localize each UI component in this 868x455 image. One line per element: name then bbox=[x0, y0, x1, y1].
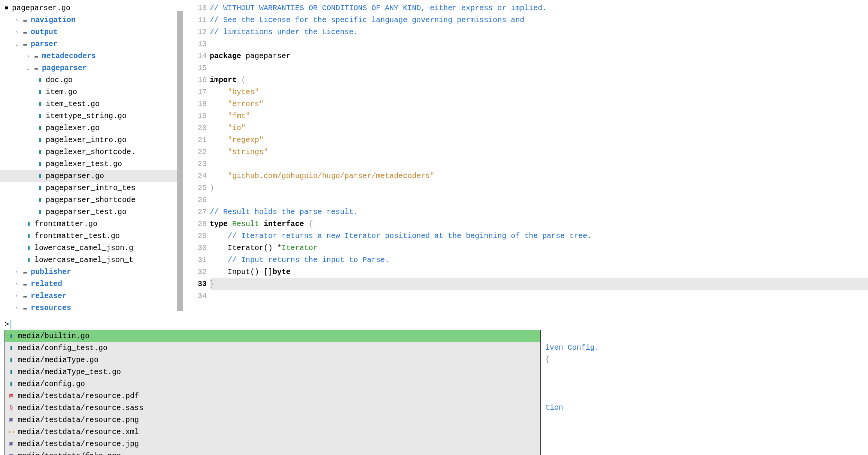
code-line[interactable]: "io" bbox=[210, 122, 868, 134]
tree-item-label: frontmatter_test.go bbox=[34, 230, 120, 242]
file-icon: ▮ bbox=[37, 74, 43, 86]
line-number: 14 bbox=[183, 50, 207, 62]
finder-prompt[interactable]: > bbox=[4, 319, 866, 330]
go-file-icon: ▮ bbox=[8, 378, 15, 390]
finder-result[interactable]: ‹›media/testdata/resource.xml bbox=[5, 426, 540, 438]
tree-folder[interactable]: ›▬metadecoders bbox=[0, 50, 183, 62]
code-line bbox=[545, 390, 864, 402]
code-line[interactable]: } bbox=[210, 278, 868, 290]
finder-result[interactable]: §media/testdata/resource.sass bbox=[5, 402, 540, 414]
code-line[interactable] bbox=[210, 194, 868, 206]
go-file-icon: ▮ bbox=[8, 330, 15, 342]
finder-result-label: media/mediaType_test.go bbox=[18, 366, 121, 378]
code-line bbox=[545, 330, 864, 342]
tree-file[interactable]: ▮pagelexer.go bbox=[0, 122, 183, 134]
finder-result[interactable]: ▮media/config_test.go bbox=[5, 342, 540, 354]
tree-root[interactable]: ■ pageparser.go bbox=[0, 2, 183, 14]
tree-item-label: metadecoders bbox=[42, 50, 96, 62]
code-line[interactable]: ) bbox=[210, 182, 868, 194]
tree-folder[interactable]: ›▬related bbox=[0, 278, 183, 290]
finder-result[interactable]: ▮media/config.go bbox=[5, 378, 540, 390]
finder-result[interactable]: ▮media/builtin.go bbox=[5, 330, 540, 342]
code-line[interactable]: // See the License for the specific lang… bbox=[210, 14, 868, 26]
file-icon: ▮ bbox=[37, 206, 43, 218]
finder-result[interactable]: ▣media/testdata/resource.jpg bbox=[5, 438, 540, 450]
code-line[interactable]: package pageparser bbox=[210, 50, 868, 62]
finder-result[interactable]: ▣media/testdata/fake.png bbox=[5, 450, 540, 455]
tree-file[interactable]: ▮frontmatter.go bbox=[0, 218, 183, 230]
tree-file[interactable]: ▮pageparser_shortcode bbox=[0, 194, 183, 206]
code-line[interactable]: Iterator() *Iterator bbox=[210, 242, 868, 254]
file-tree: ■ pageparser.go ›▬navigation›▬output⌄▬pa… bbox=[0, 0, 183, 319]
finder-result[interactable]: ▮media/mediaType_test.go bbox=[5, 366, 540, 378]
tree-file[interactable]: ▮pageparser_intro_tes bbox=[0, 182, 183, 194]
tree-file[interactable]: ▮doc.go bbox=[0, 74, 183, 86]
tree-root-label: pageparser.go bbox=[12, 2, 70, 14]
line-number: 31 bbox=[183, 254, 207, 266]
file-icon: ▮ bbox=[37, 170, 43, 182]
tree-file[interactable]: ▮lowercase_camel_json.g bbox=[0, 242, 183, 254]
code-line[interactable]: // Iterator returns a new Iterator posit… bbox=[210, 230, 868, 242]
tree-file[interactable]: ▮item.go bbox=[0, 86, 183, 98]
finder-result-label: media/config.go bbox=[18, 378, 85, 390]
code-area[interactable]: // WITHOUT WARRANTIES OR CONDITIONS OF A… bbox=[210, 2, 868, 319]
file-icon: ▮ bbox=[25, 242, 32, 254]
code-line[interactable]: "bytes" bbox=[210, 86, 868, 98]
tree-item-label: publisher bbox=[31, 266, 71, 278]
finder-result[interactable]: ▮media/mediaType.go bbox=[5, 354, 540, 366]
sidebar-scrollbar[interactable] bbox=[177, 11, 183, 311]
editor-peek: iven Config.{ tion bbox=[545, 330, 864, 414]
tree-item-label: navigation bbox=[31, 14, 76, 26]
code-line[interactable]: // WITHOUT WARRANTIES OR CONDITIONS OF A… bbox=[210, 2, 868, 14]
code-line[interactable]: "fmt" bbox=[210, 110, 868, 122]
code-line[interactable]: "errors" bbox=[210, 98, 868, 110]
code-line[interactable]: "regexp" bbox=[210, 134, 868, 146]
code-line[interactable] bbox=[210, 62, 868, 74]
tree-folder[interactable]: ›▬resources bbox=[0, 302, 183, 314]
folder-icon: ▬ bbox=[22, 38, 28, 50]
chevron-icon: › bbox=[14, 26, 19, 38]
finder-result[interactable]: ▣media/testdata/resource.png bbox=[5, 414, 540, 426]
code-line[interactable] bbox=[210, 158, 868, 170]
tree-file[interactable]: ▮pageparser_test.go bbox=[0, 206, 183, 218]
tree-folder[interactable]: ›▬output bbox=[0, 26, 183, 38]
finder-result-label: media/testdata/resource.png bbox=[18, 414, 139, 426]
file-icon: ■ bbox=[3, 2, 10, 14]
tree-file[interactable]: ▮lowercase_camel_json_t bbox=[0, 254, 183, 266]
code-line[interactable] bbox=[210, 38, 868, 50]
code-line[interactable] bbox=[210, 290, 868, 302]
tree-file[interactable]: ▮pagelexer_test.go bbox=[0, 158, 183, 170]
tree-file[interactable]: ▮pageparser.go bbox=[0, 170, 183, 182]
line-number: 19 bbox=[183, 110, 207, 122]
code-line[interactable]: import ( bbox=[210, 74, 868, 86]
tree-folder[interactable]: ⌄▬parser bbox=[0, 38, 183, 50]
tree-file[interactable]: ▮item_test.go bbox=[0, 98, 183, 110]
tree-folder[interactable]: ›▬publisher bbox=[0, 266, 183, 278]
tree-file[interactable]: ▮pagelexer_intro.go bbox=[0, 134, 183, 146]
finder-result-label: media/mediaType.go bbox=[18, 354, 98, 366]
tree-item-label: related bbox=[31, 278, 62, 290]
tree-folder[interactable]: ›▬releaser bbox=[0, 290, 183, 302]
tree-item-label: pageparser_shortcode bbox=[46, 194, 136, 206]
tree-folder[interactable]: ›▬navigation bbox=[0, 14, 183, 26]
finder-result-label: media/testdata/resource.pdf bbox=[18, 390, 139, 402]
tree-file[interactable]: ▮frontmatter_test.go bbox=[0, 230, 183, 242]
tree-file[interactable]: ▮itemtype_string.go bbox=[0, 110, 183, 122]
code-line[interactable]: type Result interface { bbox=[210, 218, 868, 230]
code-line[interactable]: // Result holds the parse result. bbox=[210, 206, 868, 218]
code-line[interactable]: // Input returns the input to Parse. bbox=[210, 254, 868, 266]
finder-result[interactable]: ▤media/testdata/resource.pdf bbox=[5, 390, 540, 402]
code-line[interactable]: Input() []byte bbox=[210, 266, 868, 278]
tree-item-label: pageparser.go bbox=[46, 170, 104, 182]
img-file-icon: ▣ bbox=[8, 450, 15, 455]
pdf-file-icon: ▤ bbox=[8, 390, 15, 402]
line-number: 34 bbox=[183, 290, 207, 302]
tree-file[interactable]: ▮pagelexer_shortcode. bbox=[0, 146, 183, 158]
code-line[interactable]: "github.com/gohugoio/hugo/parser/metadec… bbox=[210, 170, 868, 182]
code-line[interactable]: // limitations under the License. bbox=[210, 26, 868, 38]
code-line[interactable]: "strings" bbox=[210, 146, 868, 158]
finder-result-label: media/testdata/resource.jpg bbox=[18, 438, 139, 450]
tree-folder[interactable]: ⌄▬pageparser bbox=[0, 62, 183, 74]
line-number: 11 bbox=[183, 14, 207, 26]
line-number: 15 bbox=[183, 62, 207, 74]
